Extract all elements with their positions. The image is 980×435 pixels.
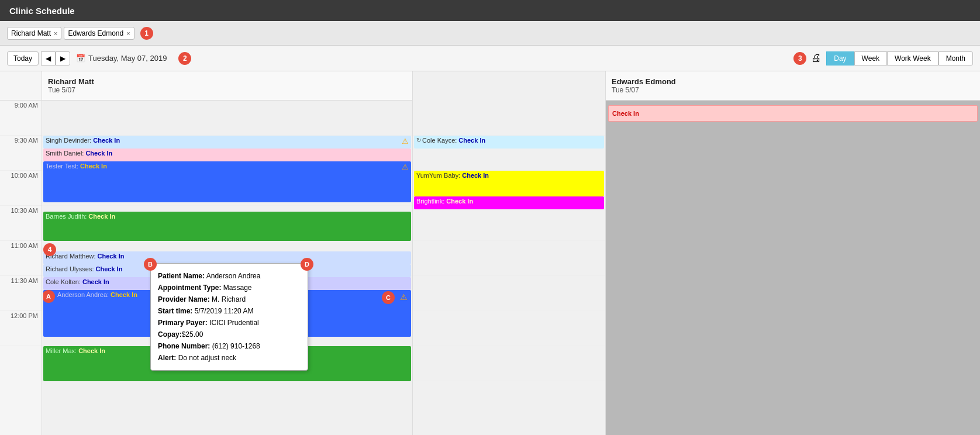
tooltip-alert: Alert: Do not adjust neck [158,353,301,363]
annotation-badge-3: 3 [793,52,806,65]
appt-miller-max-name: Miller Max: [46,347,77,354]
appt-barnes-name: Barnes Judith: [46,213,87,220]
provider-col-richard: Richard Matt Tue 5/07 4 Singh Devinder [42,71,413,435]
appt-yumyum-checkin[interactable]: Check In [462,172,489,179]
view-workweek-button[interactable]: Work Week [887,51,938,65]
anderson-alert-icon: ⚠ [400,292,408,302]
tooltip-provider: Provider Name: M. Richard [158,294,301,305]
filter-bar: Richard Matt × Edwards Edmond × 1 [0,21,980,46]
time-slot-1100: 11:00 AM [0,241,42,276]
tooltip-start: Start time: 5/7/2019 11:20 AM [158,306,301,316]
title-bar: Clinic Schedule [0,0,980,21]
appt-smith-name: Smith Daniel: [46,150,84,157]
appt-brightlink[interactable]: Brightlink: Check In [414,196,604,209]
annotation-badge-d: D [301,258,313,271]
app-title: Clinic Schedule [9,6,75,16]
annotation-badge-b: B [144,258,157,271]
tooltip-copay: Copay:$25.00 [158,329,301,340]
view-buttons: 3 🖨 Day Week Work Week Month [793,51,973,65]
appt-singh[interactable]: Singh Devinder: Check In ⚠ [43,136,411,149]
appt-tester-checkin[interactable]: Check In [80,163,107,170]
time-slot-930: 9:30 AM [0,136,42,171]
time-slot-1200: 12:00 PM [0,311,42,346]
print-icon[interactable]: 🖨 [811,52,822,64]
appt-richard-ulysses-name: Richard Ulysses: [46,265,94,272]
appt-cole-kayce[interactable]: ↻ Cole Kayce: Check In [414,136,604,149]
tooltip-payer: Primary Payer: ICICI Prudential [158,317,301,328]
filter-tag-edwards-close[interactable]: × [126,30,130,37]
appt-singh-alert: ⚠ [402,137,409,146]
filter-tag-edwards[interactable]: Edwards Edmond × [64,27,134,40]
appt-anderson-andrea-checkin[interactable]: Check In [111,291,137,298]
time-slot-1130: 11:30 AM [0,276,42,311]
appt-cole-kayce-name: Cole Kayce: [422,137,457,144]
edwards-edmond-date: Tue 5/07 [612,86,980,94]
filter-tag-richard-label: Richard Matt [11,29,51,37]
date-display: 📅 Tuesday, May 07, 2019 [76,54,167,63]
time-slot-900: 9:00 AM [0,101,42,136]
annotation-badge-a: A [43,290,55,303]
edwards-edmond-name: Edwards Edmond [612,77,980,86]
filter-tag-richard-close[interactable]: × [54,30,57,37]
provider-header-richard: Richard Matt Tue 5/07 [42,71,412,101]
provider-body-2: ↻ Cole Kayce: Check In YumYum Baby: Chec… [413,101,605,435]
provider-col-2: ↻ Cole Kayce: Check In YumYum Baby: Chec… [413,71,606,435]
prev-button[interactable]: ◀ [41,51,56,65]
appt-richard-matthew-checkin[interactable]: Check In [98,253,125,260]
annotation-badge-4: 4 [43,243,56,256]
toolbar: Today ◀ ▶ 📅 Tuesday, May 07, 2019 2 3 🖨 … [0,46,980,71]
annotation-badge-1: 1 [140,27,153,40]
calendar-icon: 📅 [76,54,85,63]
tooltip-patient-name: Patient Name: Anderson Andrea [158,271,301,281]
calendar-container: 9:00 AM 9:30 AM 10:00 AM 10:30 AM 11:00 … [0,71,980,435]
next-button[interactable]: ▶ [56,51,70,65]
appt-barnes[interactable]: Barnes Judith: Check In [43,212,411,241]
provider-body-richard: 4 Singh Devinder: Check In ⚠ Smith Danie… [42,101,412,435]
appointment-tooltip: D B Patient Name: Anderson Andrea Appoin… [150,263,308,371]
appt-tester-alert: ⚠ [402,163,409,171]
appt-cole-kayce-checkin[interactable]: Check In [458,137,485,144]
edwards-edmond-body: Check In [606,101,980,435]
refresh-icon: ↻ [416,137,421,143]
edwards-edmond-header: Edwards Edmond Tue 5/07 [606,71,980,101]
time-column: 9:00 AM 9:30 AM 10:00 AM 10:30 AM 11:00 … [0,71,42,435]
appt-singh-name: Singh Devinder: [46,137,91,144]
annotation-badge-2: 2 [178,52,191,65]
appt-cole-kolten-checkin[interactable]: Check In [82,278,109,285]
edwards-edmond-panel: Edwards Edmond Tue 5/07 Check In [606,71,980,435]
appt-smith-checkin[interactable]: Check In [85,150,112,157]
view-month-button[interactable]: Month [938,51,973,65]
filter-tag-edwards-label: Edwards Edmond [68,29,123,37]
appt-singh-checkin[interactable]: Check In [93,137,120,144]
appt-brightlink-checkin[interactable]: Check In [446,198,473,205]
appt-tester[interactable]: Tester Test: Check In ⚠ [43,161,411,202]
provider-date-richard: Tue 5/07 [48,86,412,94]
appt-miller-max-checkin[interactable]: Check In [78,347,105,354]
appt-yumyum[interactable]: YumYum Baby: Check In [414,171,604,196]
appt-tester-name: Tester Test: [46,163,78,170]
view-week-button[interactable]: Week [854,51,887,65]
annotation-badge-c: C [382,291,395,304]
today-button[interactable]: Today [7,51,39,65]
appt-brightlink-name: Brightlink: [416,198,444,205]
appt-cole-kolten-name: Cole Kolten: [46,278,81,285]
time-slot-1030: 10:30 AM [0,206,42,241]
appt-yumyum-name: YumYum Baby: [416,172,460,179]
appt-anderson-andrea-name: Anderson Andrea: [57,291,109,298]
appt-richard-matthew[interactable]: Richard Matthew: Check In [43,251,411,264]
tooltip-appt-type: Appointment Type: Massage [158,282,301,293]
appt-barnes-checkin[interactable]: Check In [88,213,115,220]
tooltip-phone: Phone Number: (612) 910-1268 [158,341,301,351]
time-slot-1000: 10:00 AM [0,171,42,206]
view-day-button[interactable]: Day [826,51,854,65]
appt-smith[interactable]: Smith Daniel: Check In [43,149,411,161]
filter-tag-richard[interactable]: Richard Matt × [7,27,61,40]
edwards-checkin-appt[interactable]: Check In [608,105,978,122]
appt-richard-ulysses-checkin[interactable]: Check In [96,265,123,272]
provider-name-richard: Richard Matt [48,77,412,86]
